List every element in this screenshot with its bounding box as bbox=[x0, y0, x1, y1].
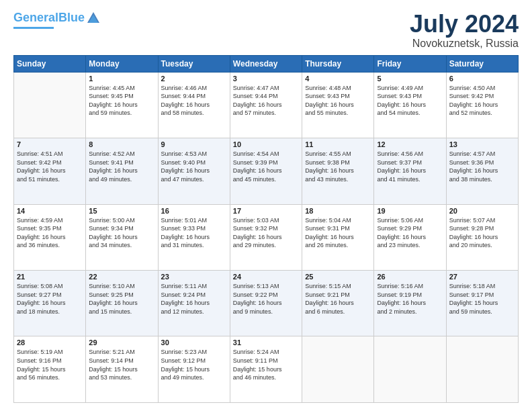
calendar-week-row: 1Sunrise: 4:45 AM Sunset: 9:45 PM Daylig… bbox=[14, 72, 519, 138]
calendar-day-cell: 5Sunrise: 4:49 AM Sunset: 9:43 PM Daylig… bbox=[374, 72, 446, 138]
day-number: 28 bbox=[17, 338, 83, 347]
day-info: Sunrise: 5:16 AM Sunset: 9:19 PM Dayligh… bbox=[377, 282, 443, 316]
subtitle: Novokuznetsk, Russia bbox=[410, 38, 519, 50]
day-number: 11 bbox=[305, 140, 371, 148]
weekday-header-cell: Saturday bbox=[446, 55, 518, 72]
calendar-day-cell bbox=[374, 336, 446, 403]
calendar-day-cell: 17Sunrise: 5:03 AM Sunset: 9:32 PM Dayli… bbox=[230, 204, 302, 270]
logo-icon bbox=[86, 11, 101, 26]
day-number: 10 bbox=[233, 140, 299, 148]
calendar-day-cell: 12Sunrise: 4:56 AM Sunset: 9:37 PM Dayli… bbox=[374, 138, 446, 204]
calendar-day-cell: 4Sunrise: 4:48 AM Sunset: 9:43 PM Daylig… bbox=[302, 72, 374, 138]
logo-text: GeneralBlue bbox=[13, 11, 85, 25]
day-number: 14 bbox=[17, 207, 83, 215]
weekday-header-cell: Thursday bbox=[302, 55, 374, 72]
main-title: July 2024 bbox=[410, 11, 519, 38]
weekday-header-cell: Wednesday bbox=[230, 55, 302, 72]
calendar-day-cell: 10Sunrise: 4:54 AM Sunset: 9:39 PM Dayli… bbox=[230, 138, 302, 204]
day-number: 17 bbox=[233, 207, 299, 215]
day-number: 6 bbox=[449, 75, 515, 83]
day-number: 20 bbox=[449, 207, 515, 215]
day-number: 22 bbox=[89, 273, 154, 281]
day-number: 25 bbox=[305, 273, 371, 281]
day-info: Sunrise: 4:45 AM Sunset: 9:45 PM Dayligh… bbox=[89, 84, 154, 118]
calendar-day-cell: 27Sunrise: 5:18 AM Sunset: 9:17 PM Dayli… bbox=[446, 271, 518, 336]
calendar-day-cell: 20Sunrise: 5:07 AM Sunset: 9:28 PM Dayli… bbox=[446, 204, 518, 270]
calendar-week-row: 14Sunrise: 4:59 AM Sunset: 9:35 PM Dayli… bbox=[14, 204, 519, 270]
day-info: Sunrise: 4:53 AM Sunset: 9:40 PM Dayligh… bbox=[161, 150, 227, 183]
weekday-header-cell: Tuesday bbox=[158, 55, 230, 72]
calendar-day-cell: 6Sunrise: 4:50 AM Sunset: 9:42 PM Daylig… bbox=[446, 72, 518, 138]
day-info: Sunrise: 4:52 AM Sunset: 9:41 PM Dayligh… bbox=[89, 150, 154, 183]
page: GeneralBlue July 2024 Novokuznetsk, Russ… bbox=[0, 0, 532, 411]
calendar-day-cell: 28Sunrise: 5:19 AM Sunset: 9:16 PM Dayli… bbox=[14, 336, 86, 403]
calendar-day-cell: 25Sunrise: 5:15 AM Sunset: 9:21 PM Dayli… bbox=[302, 271, 374, 336]
day-number: 18 bbox=[305, 207, 371, 215]
calendar-day-cell: 18Sunrise: 5:04 AM Sunset: 9:31 PM Dayli… bbox=[302, 204, 374, 270]
logo: GeneralBlue bbox=[13, 11, 101, 29]
calendar-day-cell bbox=[446, 336, 518, 403]
calendar-day-cell: 26Sunrise: 5:16 AM Sunset: 9:19 PM Dayli… bbox=[374, 271, 446, 336]
day-info: Sunrise: 5:07 AM Sunset: 9:28 PM Dayligh… bbox=[449, 216, 515, 250]
day-number: 12 bbox=[377, 140, 443, 148]
weekday-header-cell: Monday bbox=[86, 55, 158, 72]
day-info: Sunrise: 5:03 AM Sunset: 9:32 PM Dayligh… bbox=[233, 216, 299, 250]
day-info: Sunrise: 4:57 AM Sunset: 9:36 PM Dayligh… bbox=[449, 150, 515, 183]
calendar-day-cell: 19Sunrise: 5:06 AM Sunset: 9:29 PM Dayli… bbox=[374, 204, 446, 270]
calendar-day-cell: 23Sunrise: 5:11 AM Sunset: 9:24 PM Dayli… bbox=[158, 271, 230, 336]
day-info: Sunrise: 4:54 AM Sunset: 9:39 PM Dayligh… bbox=[233, 150, 299, 183]
day-number: 21 bbox=[17, 273, 83, 281]
calendar-day-cell: 13Sunrise: 4:57 AM Sunset: 9:36 PM Dayli… bbox=[446, 138, 518, 204]
day-number: 3 bbox=[233, 75, 299, 83]
day-info: Sunrise: 5:23 AM Sunset: 9:12 PM Dayligh… bbox=[161, 348, 227, 381]
day-info: Sunrise: 5:15 AM Sunset: 9:21 PM Dayligh… bbox=[305, 282, 371, 316]
calendar-day-cell: 31Sunrise: 5:24 AM Sunset: 9:11 PM Dayli… bbox=[230, 336, 302, 403]
day-info: Sunrise: 5:04 AM Sunset: 9:31 PM Dayligh… bbox=[305, 216, 371, 250]
day-info: Sunrise: 4:56 AM Sunset: 9:37 PM Dayligh… bbox=[377, 150, 443, 183]
calendar-week-row: 7Sunrise: 4:51 AM Sunset: 9:42 PM Daylig… bbox=[14, 138, 519, 204]
day-info: Sunrise: 5:21 AM Sunset: 9:14 PM Dayligh… bbox=[89, 348, 154, 381]
day-info: Sunrise: 5:01 AM Sunset: 9:33 PM Dayligh… bbox=[161, 216, 227, 250]
calendar-week-row: 21Sunrise: 5:08 AM Sunset: 9:27 PM Dayli… bbox=[14, 271, 519, 336]
day-info: Sunrise: 4:46 AM Sunset: 9:44 PM Dayligh… bbox=[161, 84, 227, 118]
day-info: Sunrise: 5:10 AM Sunset: 9:25 PM Dayligh… bbox=[89, 282, 154, 316]
day-number: 27 bbox=[449, 273, 515, 281]
calendar-body: 1Sunrise: 4:45 AM Sunset: 9:45 PM Daylig… bbox=[14, 72, 519, 402]
calendar-day-cell: 3Sunrise: 4:47 AM Sunset: 9:44 PM Daylig… bbox=[230, 72, 302, 138]
calendar-day-cell: 7Sunrise: 4:51 AM Sunset: 9:42 PM Daylig… bbox=[14, 138, 86, 204]
day-number: 23 bbox=[161, 273, 227, 281]
calendar-day-cell: 2Sunrise: 4:46 AM Sunset: 9:44 PM Daylig… bbox=[158, 72, 230, 138]
day-info: Sunrise: 4:47 AM Sunset: 9:44 PM Dayligh… bbox=[233, 84, 299, 118]
weekday-header-cell: Friday bbox=[374, 55, 446, 72]
day-info: Sunrise: 4:49 AM Sunset: 9:43 PM Dayligh… bbox=[377, 84, 443, 118]
day-number: 16 bbox=[161, 207, 227, 215]
day-number: 31 bbox=[233, 338, 299, 347]
day-number: 5 bbox=[377, 75, 443, 83]
day-info: Sunrise: 5:11 AM Sunset: 9:24 PM Dayligh… bbox=[161, 282, 227, 316]
title-section: July 2024 Novokuznetsk, Russia bbox=[410, 11, 519, 50]
day-info: Sunrise: 4:48 AM Sunset: 9:43 PM Dayligh… bbox=[305, 84, 371, 118]
day-number: 29 bbox=[89, 338, 154, 347]
day-number: 19 bbox=[377, 207, 443, 215]
calendar-day-cell: 30Sunrise: 5:23 AM Sunset: 9:12 PM Dayli… bbox=[158, 336, 230, 403]
calendar-day-cell bbox=[302, 336, 374, 403]
calendar-table: SundayMondayTuesdayWednesdayThursdayFrid… bbox=[13, 55, 519, 403]
day-number: 30 bbox=[161, 338, 227, 347]
day-info: Sunrise: 5:19 AM Sunset: 9:16 PM Dayligh… bbox=[17, 348, 83, 381]
day-number: 9 bbox=[161, 140, 227, 148]
day-info: Sunrise: 4:50 AM Sunset: 9:42 PM Dayligh… bbox=[449, 84, 515, 118]
calendar-day-cell: 14Sunrise: 4:59 AM Sunset: 9:35 PM Dayli… bbox=[14, 204, 86, 270]
calendar-week-row: 28Sunrise: 5:19 AM Sunset: 9:16 PM Dayli… bbox=[14, 336, 519, 403]
calendar-day-cell: 11Sunrise: 4:55 AM Sunset: 9:38 PM Dayli… bbox=[302, 138, 374, 204]
calendar-day-cell: 8Sunrise: 4:52 AM Sunset: 9:41 PM Daylig… bbox=[86, 138, 158, 204]
day-number: 2 bbox=[161, 75, 227, 83]
calendar-header-row: SundayMondayTuesdayWednesdayThursdayFrid… bbox=[14, 55, 519, 72]
day-number: 26 bbox=[377, 273, 443, 281]
day-info: Sunrise: 5:06 AM Sunset: 9:29 PM Dayligh… bbox=[377, 216, 443, 250]
day-number: 1 bbox=[89, 75, 154, 83]
day-info: Sunrise: 4:59 AM Sunset: 9:35 PM Dayligh… bbox=[17, 216, 83, 250]
calendar-day-cell: 16Sunrise: 5:01 AM Sunset: 9:33 PM Dayli… bbox=[158, 204, 230, 270]
day-info: Sunrise: 4:51 AM Sunset: 9:42 PM Dayligh… bbox=[17, 150, 83, 183]
calendar-day-cell: 29Sunrise: 5:21 AM Sunset: 9:14 PM Dayli… bbox=[86, 336, 158, 403]
calendar-day-cell: 21Sunrise: 5:08 AM Sunset: 9:27 PM Dayli… bbox=[14, 271, 86, 336]
